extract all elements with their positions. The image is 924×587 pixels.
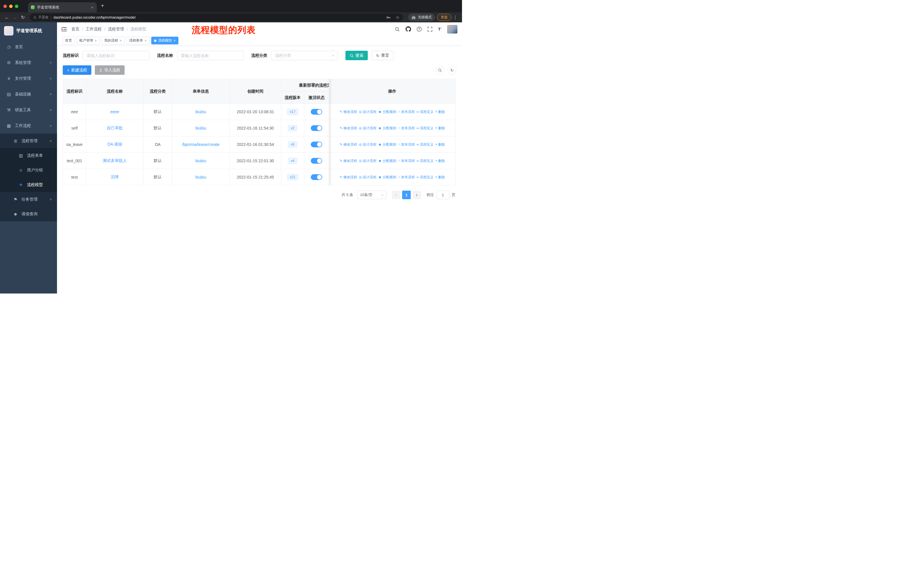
refresh-table-button[interactable]: ↻ — [448, 66, 456, 74]
delete-link[interactable]: ×删除 — [436, 142, 445, 147]
sidebar-item-leave-query[interactable]: ☻ 请假查询 — [0, 207, 57, 221]
process-name-input[interactable] — [177, 51, 244, 60]
sidebar-item-process-form[interactable]: ▥ 流程表单 — [0, 148, 57, 163]
sidebar-item-home[interactable]: ◷ 首页 — [0, 39, 57, 55]
delete-link[interactable]: ×删除 — [436, 159, 445, 164]
close-window-button[interactable] — [3, 5, 7, 8]
design-process-link[interactable]: ◎设计流程 — [359, 159, 376, 164]
process-name-link[interactable]: 滔博 — [111, 175, 119, 179]
assign-rule-link[interactable]: ☻分配规则 — [378, 126, 396, 131]
sidebar-item-workflow[interactable]: ▦ 工作流程 ∧ — [0, 118, 57, 134]
design-process-link[interactable]: ◎设计流程 — [359, 142, 376, 147]
sidebar-item-process-model[interactable]: ✈ 流程模型 — [0, 177, 57, 192]
assign-rule-link[interactable]: ☻分配规则 — [378, 142, 396, 147]
bookmark-star-icon[interactable]: ☆ — [396, 15, 399, 20]
process-name-link[interactable]: eeee — [110, 109, 119, 114]
breadcrumb-item[interactable]: 流程管理 — [108, 26, 124, 32]
form-info-link[interactable]: biubiu — [195, 109, 206, 114]
help-icon[interactable]: ? — [416, 26, 422, 32]
page-size-select[interactable]: 10条/页 ∨ — [357, 190, 386, 199]
process-definition-link[interactable]: ∞流程定义 — [416, 142, 434, 147]
process-definition-link[interactable]: ∞流程定义 — [416, 175, 434, 180]
goto-page-input[interactable] — [436, 190, 449, 199]
search-button[interactable]: 搜索 — [345, 51, 368, 60]
address-bar[interactable]: ⚠ 不安全 dashboard.yudao.iocoder.cn/bpm/man… — [30, 13, 403, 21]
process-definition-link[interactable]: ∞流程定义 — [416, 159, 434, 164]
active-toggle[interactable] — [311, 125, 322, 131]
tag-process-model[interactable]: 流程模型 × — [151, 37, 178, 45]
assign-rule-link[interactable]: ☻分配规则 — [378, 109, 396, 114]
assign-rule-link[interactable]: ☻分配规则 — [378, 175, 396, 180]
back-button[interactable]: ← — [3, 15, 11, 20]
tab-close-icon[interactable]: × — [91, 5, 94, 10]
process-definition-link[interactable]: ∞流程定义 — [416, 109, 434, 114]
tag-close-icon[interactable]: × — [120, 39, 122, 43]
publish-process-link[interactable]: ☝发布流程 — [398, 142, 415, 147]
sidebar-item-process-management[interactable]: ≣ 流程管理 ∧ — [0, 134, 57, 148]
modify-process-link[interactable]: ✎修改流程 — [340, 175, 357, 180]
breadcrumb-item[interactable]: 工作流程 — [86, 26, 102, 32]
password-key-icon[interactable] — [386, 15, 391, 20]
tag-close-icon[interactable]: × — [145, 39, 147, 43]
tag-home[interactable]: 首页 — [62, 37, 75, 45]
form-info-link[interactable]: biubiu — [195, 175, 206, 179]
active-toggle[interactable] — [311, 158, 322, 164]
sidebar-item-payment[interactable]: ¥ 支付管理 ∨ — [0, 71, 57, 86]
tag-my-process[interactable]: 我的流程 × — [101, 37, 125, 45]
sidebar-item-user-group[interactable]: ☺ 用户分组 — [0, 163, 57, 177]
delete-link[interactable]: ×删除 — [436, 126, 445, 131]
modify-process-link[interactable]: ✎修改流程 — [340, 109, 357, 114]
publish-process-link[interactable]: ☝发布流程 — [398, 175, 415, 180]
update-button[interactable]: 更新 — [437, 14, 451, 21]
sidebar-item-infrastructure[interactable]: ▤ 基础设施 ∨ — [0, 86, 57, 102]
process-category-select[interactable]: 流程分类 ∨ — [271, 51, 338, 60]
prev-page-button[interactable]: ‹ — [392, 190, 401, 199]
process-name-link[interactable]: OA 请假 — [107, 142, 122, 147]
minimize-window-button[interactable] — [9, 5, 13, 8]
publish-process-link[interactable]: ☝发布流程 — [398, 126, 415, 131]
process-name-link[interactable]: 测试多审批人 — [103, 158, 127, 163]
active-toggle[interactable] — [311, 109, 322, 115]
sidebar-collapse-button[interactable] — [61, 27, 67, 31]
reset-button[interactable]: ↻ 重置 — [371, 51, 394, 60]
active-toggle[interactable] — [311, 174, 322, 180]
app-logo[interactable]: 芋道管理系统 — [0, 22, 57, 39]
sidebar-item-task-management[interactable]: ⚑ 任务管理 ∨ — [0, 192, 57, 207]
process-name-link[interactable]: 自己审批 — [107, 126, 123, 130]
security-indicator[interactable]: ⚠ 不安全 — [33, 15, 49, 20]
design-process-link[interactable]: ◎设计流程 — [359, 126, 376, 131]
tag-close-icon[interactable]: × — [95, 39, 97, 43]
sidebar-item-system[interactable]: ⚙ 系统管理 ∨ — [0, 55, 57, 71]
active-toggle[interactable] — [311, 142, 322, 147]
delete-link[interactable]: ×删除 — [436, 109, 445, 114]
process-id-input[interactable] — [83, 51, 150, 60]
fullscreen-icon[interactable] — [427, 26, 433, 32]
search-icon[interactable] — [394, 26, 400, 32]
new-tab-button[interactable]: + — [101, 3, 104, 10]
publish-process-link[interactable]: ☝发布流程 — [398, 159, 415, 164]
forward-button[interactable]: → — [11, 15, 19, 20]
github-icon[interactable] — [405, 26, 411, 32]
current-page-button[interactable]: 1 — [402, 190, 411, 199]
design-process-link[interactable]: ◎设计流程 — [359, 175, 376, 180]
process-definition-link[interactable]: ∞流程定义 — [416, 126, 434, 131]
breadcrumb-item[interactable]: 首页 — [71, 26, 79, 32]
form-info-link[interactable]: /bpm/oa/leave/create — [182, 142, 220, 147]
design-process-link[interactable]: ◎设计流程 — [359, 109, 376, 114]
sidebar-item-devtools[interactable]: ⚒ 研发工具 ∨ — [0, 102, 57, 118]
font-size-icon[interactable]: T↕ — [438, 26, 442, 31]
modify-process-link[interactable]: ✎修改流程 — [340, 159, 357, 164]
browser-tab[interactable]: 芋道管理系统 × — [28, 2, 97, 12]
tag-process-form[interactable]: 流程表单 × — [126, 37, 150, 45]
import-process-button[interactable]: ↥ 导入流程 — [95, 65, 125, 75]
next-page-button[interactable]: › — [412, 190, 421, 199]
show-search-button[interactable] — [436, 66, 444, 74]
tag-close-icon[interactable]: × — [173, 39, 176, 43]
tag-tenant[interactable]: 租户管理 × — [76, 37, 100, 45]
reload-button[interactable]: ↻ — [19, 15, 27, 20]
user-avatar[interactable] — [447, 25, 457, 33]
modify-process-link[interactable]: ✎修改流程 — [340, 142, 357, 147]
modify-process-link[interactable]: ✎修改流程 — [340, 126, 357, 131]
create-process-button[interactable]: + 新建流程 — [63, 65, 91, 75]
form-info-link[interactable]: biubiu — [195, 159, 206, 163]
